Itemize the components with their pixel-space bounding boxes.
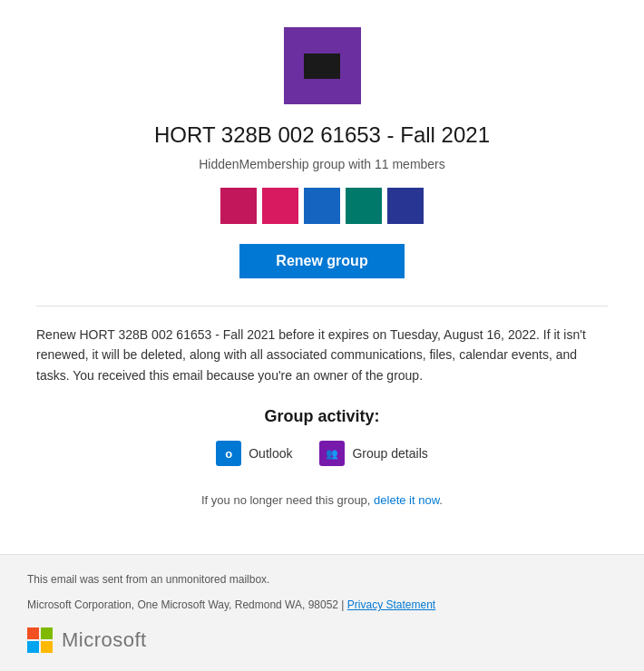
- groups-icon-symbol: 👥: [326, 448, 338, 460]
- ms-sq-yellow: [41, 641, 53, 653]
- footer-address: Microsoft Corporation, One Microsoft Way…: [27, 598, 617, 611]
- microsoft-label: Microsoft: [62, 628, 147, 652]
- avatar-image-2: [262, 188, 298, 224]
- privacy-statement-link[interactable]: Privacy Statement: [347, 598, 435, 611]
- avatar-2: [262, 188, 298, 224]
- delete-suffix: .: [439, 493, 443, 507]
- groups-icon: 👥: [319, 441, 345, 466]
- section-divider: [36, 306, 608, 306]
- email-body: HORT 328B 002 61653 - Fall 2021 HiddenMe…: [0, 0, 644, 554]
- delete-link[interactable]: delete it now: [374, 493, 439, 507]
- description-text: Renew HORT 328B 002 61653 - Fall 2021 be…: [36, 325, 608, 385]
- microsoft-grid-icon: [27, 627, 53, 653]
- email-footer: This email was sent from an unmonitored …: [0, 554, 644, 671]
- group-subtitle: HiddenMembership group with 11 members: [199, 157, 445, 171]
- member-avatars: [220, 188, 424, 224]
- group-logo: [284, 27, 361, 104]
- group-details-link[interactable]: 👥 Group details: [319, 441, 427, 466]
- group-activity-title: Group activity:: [264, 407, 379, 426]
- outlook-link-label: Outlook: [249, 446, 292, 461]
- avatar-3: [304, 188, 340, 224]
- email-container: HORT 328B 002 61653 - Fall 2021 HiddenMe…: [0, 0, 644, 671]
- ms-sq-red: [27, 627, 39, 639]
- ms-sq-blue: [27, 641, 39, 653]
- avatar-image-5: [387, 188, 424, 224]
- avatar-4: [346, 188, 382, 224]
- microsoft-logo: Microsoft: [27, 627, 617, 653]
- activity-links: o Outlook 👥 Group details: [216, 441, 428, 466]
- delete-prefix: If you no longer need this group,: [201, 493, 374, 507]
- logo-inner: [304, 53, 340, 79]
- outlook-icon: o: [216, 441, 241, 466]
- avatar-image-3: [304, 188, 340, 224]
- avatar-1: [220, 188, 257, 224]
- outlook-link[interactable]: o Outlook: [216, 441, 292, 466]
- avatar-image-4: [346, 188, 382, 224]
- avatar-5: [387, 188, 424, 224]
- delete-line: If you no longer need this group, delete…: [201, 493, 443, 507]
- group-details-link-label: Group details: [352, 446, 427, 461]
- outlook-icon-letter: o: [225, 447, 232, 461]
- avatar-image-1: [220, 188, 257, 224]
- ms-sq-green: [41, 627, 53, 639]
- footer-unmonitored-text: This email was sent from an unmonitored …: [27, 573, 617, 586]
- footer-address-text: Microsoft Corporation, One Microsoft Way…: [27, 598, 347, 611]
- renew-group-button[interactable]: Renew group: [239, 244, 404, 278]
- group-title: HORT 328B 002 61653 - Fall 2021: [154, 122, 490, 148]
